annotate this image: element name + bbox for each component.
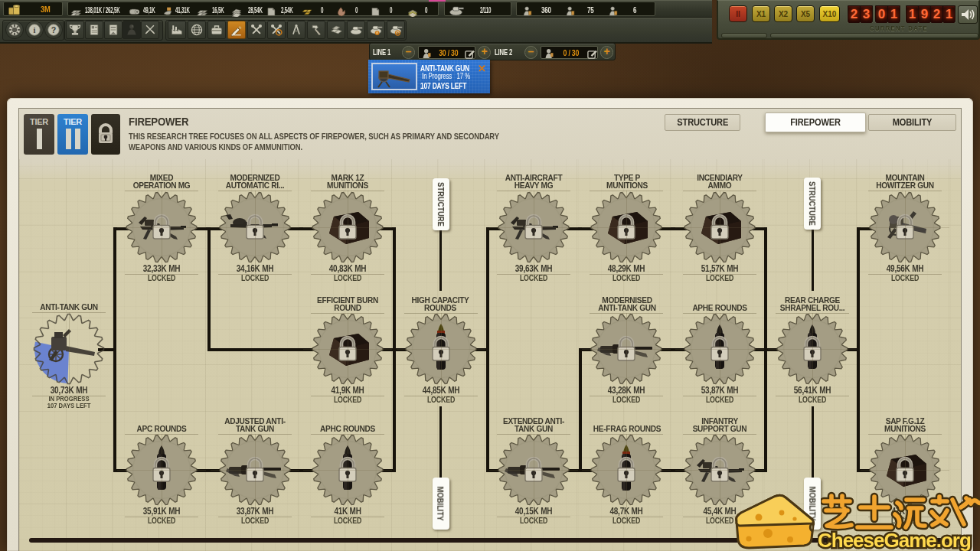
svg-text:i: i bbox=[34, 26, 36, 34]
svg-text:?: ? bbox=[51, 25, 57, 34]
svg-text:CheeseGame.org: CheeseGame.org bbox=[818, 529, 971, 551]
